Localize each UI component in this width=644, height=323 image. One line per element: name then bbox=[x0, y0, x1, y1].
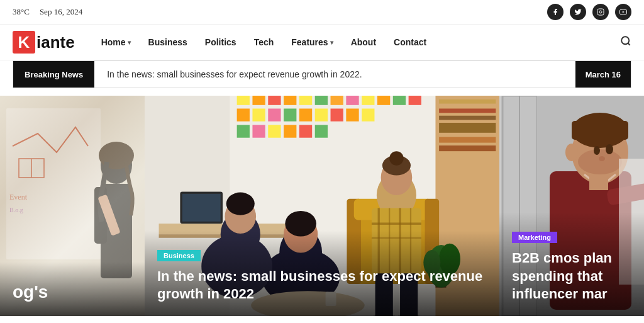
article-card-2[interactable]: Business In the news: small businesses f… bbox=[145, 96, 499, 316]
nav-politics[interactable]: Politics bbox=[197, 32, 244, 52]
twitter-icon[interactable] bbox=[570, 4, 586, 20]
svg-rect-24 bbox=[439, 137, 496, 143]
svg-rect-41 bbox=[284, 108, 296, 121]
svg-rect-21 bbox=[439, 108, 496, 113]
svg-rect-35 bbox=[377, 96, 390, 105]
svg-rect-27 bbox=[252, 96, 265, 105]
svg-text:Event: Event bbox=[9, 193, 28, 201]
temperature: 38°C bbox=[13, 7, 30, 17]
svg-rect-6 bbox=[6, 108, 101, 259]
svg-point-99 bbox=[578, 149, 622, 174]
search-button[interactable] bbox=[620, 35, 631, 50]
top-bar: 38°C Sep 16, 2024 bbox=[0, 0, 644, 25]
breaking-news-bar: Breaking News In the news: small busines… bbox=[13, 60, 631, 88]
nav-tech[interactable]: Tech bbox=[247, 32, 282, 52]
svg-rect-48 bbox=[252, 125, 265, 137]
svg-rect-22 bbox=[439, 116, 496, 120]
instagram-icon[interactable] bbox=[592, 4, 609, 20]
svg-rect-45 bbox=[346, 108, 358, 121]
article-1-title: og's bbox=[13, 281, 132, 303]
svg-rect-33 bbox=[346, 96, 358, 105]
svg-point-3 bbox=[621, 37, 629, 44]
top-bar-left: 38°C Sep 16, 2024 bbox=[13, 7, 82, 17]
svg-rect-107 bbox=[589, 174, 608, 190]
facebook-icon[interactable] bbox=[547, 4, 564, 20]
nav-about[interactable]: About bbox=[343, 32, 384, 52]
svg-rect-51 bbox=[299, 125, 312, 137]
svg-rect-38 bbox=[237, 108, 250, 121]
svg-rect-30 bbox=[299, 96, 312, 105]
svg-rect-26 bbox=[237, 96, 250, 105]
svg-rect-98 bbox=[572, 121, 628, 140]
svg-rect-47 bbox=[237, 125, 250, 137]
main-nav: Home ▾ Business Politics Tech Features ▾… bbox=[94, 32, 631, 52]
svg-point-104 bbox=[594, 146, 600, 155]
breaking-news-text: In the news: small businesses for expect… bbox=[94, 69, 575, 79]
svg-rect-29 bbox=[284, 96, 296, 105]
article-card-3[interactable]: Marketing B2B cmos plan spending that in… bbox=[499, 96, 644, 316]
chevron-down-icon: ▾ bbox=[128, 39, 131, 46]
svg-rect-46 bbox=[362, 108, 374, 121]
svg-rect-44 bbox=[331, 108, 343, 121]
article-1-overlay: og's bbox=[0, 262, 145, 316]
svg-rect-39 bbox=[252, 108, 265, 121]
chevron-down-icon-features: ▾ bbox=[330, 39, 333, 46]
logo-k-letter: K bbox=[13, 31, 35, 54]
svg-rect-0 bbox=[597, 9, 604, 15]
svg-rect-28 bbox=[268, 96, 280, 105]
svg-point-64 bbox=[389, 151, 404, 166]
nav-contact[interactable]: Contact bbox=[386, 32, 434, 52]
svg-rect-49 bbox=[268, 125, 280, 137]
svg-rect-32 bbox=[331, 96, 343, 105]
svg-rect-34 bbox=[362, 96, 374, 105]
date: Sep 16, 2024 bbox=[40, 7, 82, 17]
breaking-news-label: Breaking News bbox=[13, 61, 94, 88]
article-3-overlay: Marketing B2B cmos plan spending that in… bbox=[499, 212, 644, 316]
svg-rect-31 bbox=[315, 96, 328, 105]
article-card-1[interactable]: Event B.o.g og's bbox=[0, 96, 145, 316]
svg-rect-50 bbox=[284, 125, 296, 137]
svg-rect-52 bbox=[315, 125, 328, 137]
svg-rect-43 bbox=[315, 108, 328, 121]
svg-rect-23 bbox=[439, 123, 496, 133]
svg-rect-25 bbox=[439, 145, 496, 151]
hero-grid: Event B.o.g og's bbox=[0, 96, 644, 316]
nav-home[interactable]: Home ▾ bbox=[94, 32, 138, 52]
svg-line-4 bbox=[628, 43, 630, 45]
nav-features[interactable]: Features ▾ bbox=[284, 32, 340, 52]
svg-point-105 bbox=[599, 156, 605, 161]
breaking-news-date: March 16 bbox=[575, 61, 631, 88]
svg-rect-20 bbox=[439, 99, 496, 104]
svg-text:B.o.g: B.o.g bbox=[9, 207, 23, 213]
article-2-category: Business bbox=[157, 250, 201, 261]
svg-rect-56 bbox=[182, 194, 221, 222]
svg-point-83 bbox=[226, 193, 255, 215]
article-2-title: In the news: small businesses for expect… bbox=[157, 268, 487, 303]
svg-marker-2 bbox=[623, 11, 625, 13]
social-icons bbox=[547, 4, 631, 20]
svg-rect-42 bbox=[299, 108, 312, 121]
nav-business[interactable]: Business bbox=[141, 32, 195, 52]
article-3-category: Marketing bbox=[512, 232, 557, 243]
logo[interactable]: K iante bbox=[13, 31, 75, 54]
svg-rect-36 bbox=[393, 96, 406, 105]
svg-point-103 bbox=[606, 144, 613, 154]
article-2-overlay: Business In the news: small businesses f… bbox=[145, 230, 499, 316]
svg-rect-37 bbox=[409, 96, 421, 105]
svg-point-106 bbox=[565, 144, 578, 161]
svg-rect-40 bbox=[268, 108, 280, 121]
logo-text: iante bbox=[36, 33, 75, 52]
article-3-title: B2B cmos plan spending that influencer m… bbox=[512, 249, 631, 303]
youtube-icon[interactable] bbox=[615, 4, 631, 20]
header: K iante Home ▾ Business Politics Tech Fe… bbox=[0, 25, 644, 60]
